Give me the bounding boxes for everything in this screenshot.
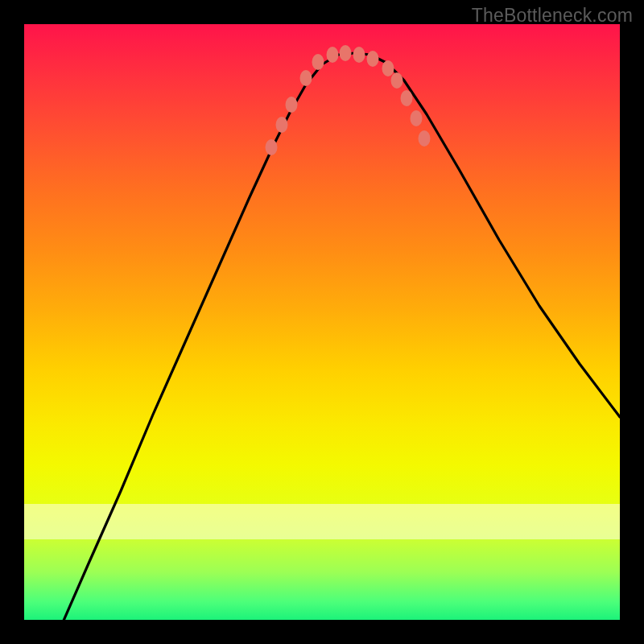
dip-marker: [353, 47, 365, 63]
dip-marker: [286, 97, 298, 113]
plot-area: [24, 24, 620, 620]
dip-marker: [327, 47, 339, 63]
dip-marker: [367, 51, 379, 67]
dip-marker: [266, 139, 278, 155]
bottleneck-curve: [60, 53, 620, 620]
dip-markers-group: [266, 45, 431, 155]
dip-marker: [276, 117, 288, 133]
curve-svg: [24, 24, 620, 620]
dip-marker: [300, 70, 312, 86]
dip-marker: [340, 45, 352, 61]
dip-marker: [419, 130, 431, 147]
chart-frame: TheBottleneck.com: [0, 0, 644, 644]
dip-marker: [401, 90, 413, 106]
dip-marker: [391, 72, 403, 89]
dip-marker: [312, 54, 324, 70]
dip-marker: [411, 110, 423, 126]
watermark-text: TheBottleneck.com: [472, 5, 633, 27]
dip-marker: [382, 60, 394, 76]
